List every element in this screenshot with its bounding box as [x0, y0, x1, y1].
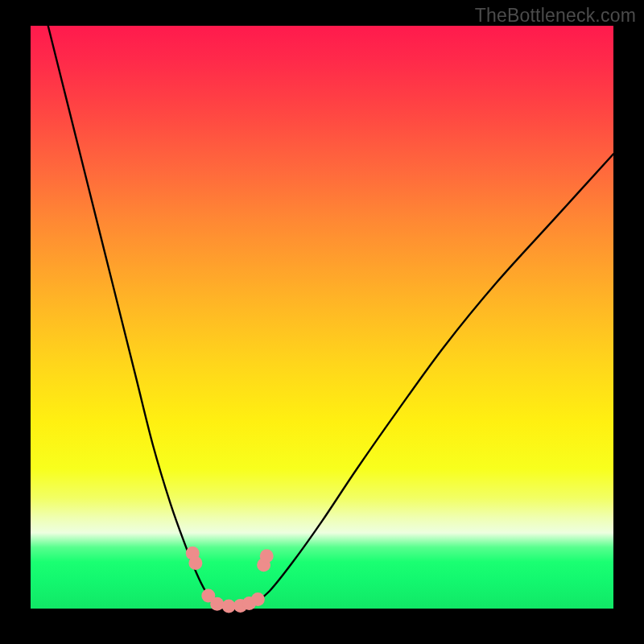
plot-area — [31, 26, 613, 609]
data-marker — [260, 549, 274, 563]
data-marker — [222, 600, 236, 613]
chart-frame: TheBottleneck.com — [0, 0, 644, 644]
data-marker — [188, 556, 202, 570]
bottleneck-curve-svg — [31, 26, 613, 609]
watermark-text: TheBottleneck.com — [475, 5, 636, 27]
bottleneck-curve — [48, 26, 613, 608]
data-marker — [251, 592, 265, 606]
data-marker — [210, 597, 224, 611]
